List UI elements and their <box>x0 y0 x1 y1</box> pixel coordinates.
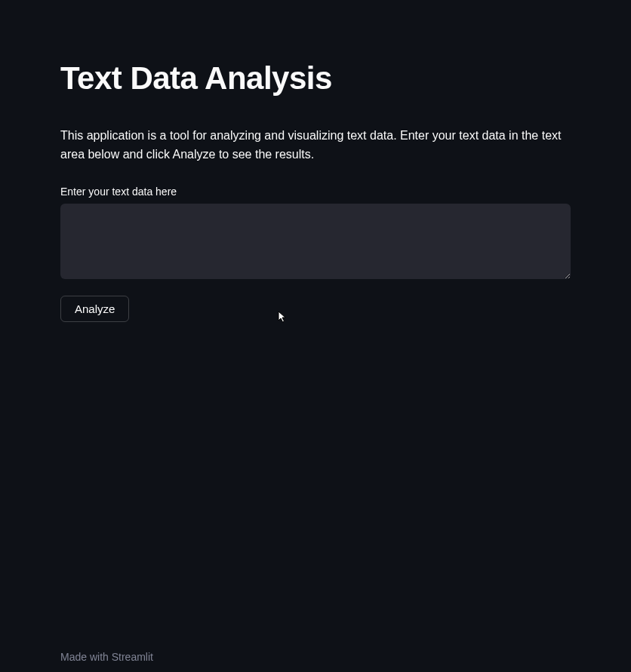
page-title: Text Data Analysis <box>60 60 571 97</box>
footer-prefix: Made with <box>60 651 112 663</box>
app-description: This application is a tool for analyzing… <box>60 127 571 164</box>
streamlit-link[interactable]: Streamlit <box>112 651 153 663</box>
main-container: Text Data Analysis This application is a… <box>0 0 631 322</box>
text-data-input[interactable] <box>60 204 571 279</box>
analyze-button[interactable]: Analyze <box>60 296 129 322</box>
textarea-label: Enter your text data here <box>60 186 571 198</box>
footer: Made with Streamlit <box>60 651 153 663</box>
